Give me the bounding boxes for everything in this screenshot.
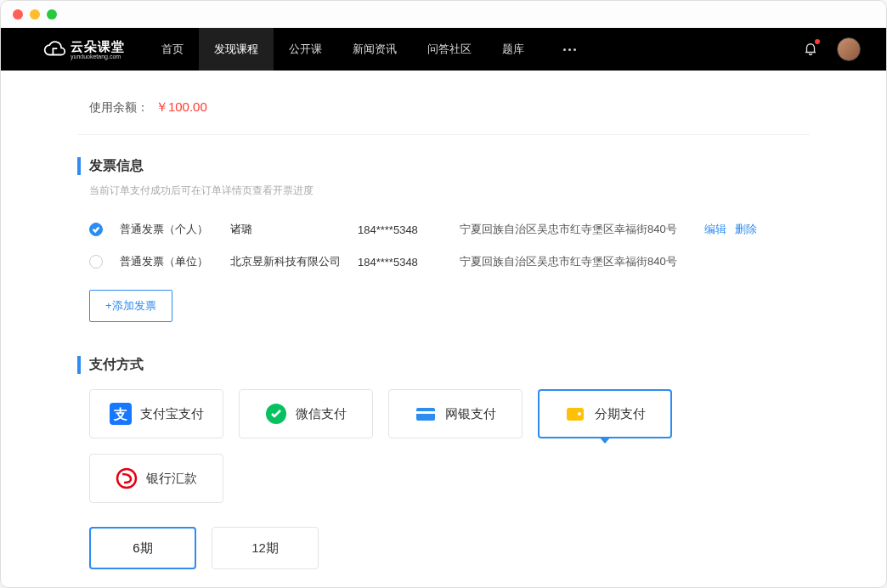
pay-remit[interactable]: 银行汇款 xyxy=(89,454,223,503)
invoice-edit-link[interactable]: 编辑 xyxy=(704,222,726,237)
invoice-address: 宁夏回族自治区吴忠市红寺堡区幸福街840号 xyxy=(460,254,677,269)
invoice-address: 宁夏回族自治区吴忠市红寺堡区幸福街840号 xyxy=(460,222,677,237)
pay-label: 分期支付 xyxy=(595,406,646,422)
pay-wechat[interactable]: 微信支付 xyxy=(239,389,373,438)
pay-alipay[interactable]: 支 支付宝支付 xyxy=(89,389,223,438)
invoice-delete-link[interactable]: 删除 xyxy=(735,222,757,237)
payment-methods: 支 支付宝支付 微信支付 网银支付 xyxy=(89,389,810,503)
pay-label: 网银支付 xyxy=(445,406,496,422)
period-12[interactable]: 12期 xyxy=(212,527,319,569)
invoice-name: 北京昱新科技有限公司 xyxy=(230,254,341,269)
pay-installment[interactable]: 分期支付 xyxy=(538,389,672,438)
nav-item-news[interactable]: 新闻资讯 xyxy=(337,28,412,71)
window-maximize-button[interactable] xyxy=(47,9,57,20)
balance-label: 使用余额： xyxy=(89,100,149,114)
brand-sub: yunduoketang.com xyxy=(71,54,125,59)
pay-label: 支付宝支付 xyxy=(140,406,204,422)
svg-text:支: 支 xyxy=(113,407,127,421)
nav-item-bank[interactable]: 题库 xyxy=(487,28,540,71)
invoice-phone: 184****5348 xyxy=(358,223,443,236)
payment-section-title: 支付方式 xyxy=(77,356,810,374)
balance-row: 使用余额： ￥100.00 xyxy=(77,96,810,135)
notification-bell[interactable] xyxy=(803,41,818,59)
invoice-section-title: 发票信息 xyxy=(77,157,810,175)
window-close-button[interactable] xyxy=(13,9,23,20)
svg-point-7 xyxy=(117,469,136,488)
cloud-icon xyxy=(43,41,65,58)
wallet-icon xyxy=(564,403,586,425)
pay-label: 微信支付 xyxy=(296,406,347,422)
balance-value: ￥100.00 xyxy=(155,99,207,114)
window-minimize-button[interactable] xyxy=(30,9,40,20)
brand-logo[interactable]: 云朵课堂 yunduoketang.com xyxy=(43,39,125,59)
bank-remit-icon xyxy=(116,467,138,489)
alipay-icon: 支 xyxy=(110,403,132,425)
svg-rect-4 xyxy=(416,411,435,414)
window-titlebar xyxy=(1,1,886,28)
period-6[interactable]: 6期 xyxy=(89,527,196,569)
wechat-icon xyxy=(265,403,287,425)
bank-card-icon xyxy=(415,403,437,425)
invoice-name: 诸璐 xyxy=(230,222,341,237)
nav-item-home[interactable]: 首页 xyxy=(146,28,199,71)
add-invoice-button[interactable]: +添加发票 xyxy=(89,290,172,322)
svg-point-6 xyxy=(578,412,581,416)
nav-items: 首页 发现课程 公开课 新闻资讯 问答社区 题库 xyxy=(146,28,592,71)
user-avatar[interactable] xyxy=(837,37,861,61)
invoice-row-personal[interactable]: 普通发票（个人） 诸璐 184****5348 宁夏回族自治区吴忠市红寺堡区幸福… xyxy=(77,213,810,246)
svg-rect-3 xyxy=(416,408,435,421)
radio-unchecked-icon[interactable] xyxy=(89,255,103,269)
nav-item-qa[interactable]: 问答社区 xyxy=(412,28,487,71)
invoice-type: 普通发票（单位） xyxy=(120,254,213,269)
pay-label: 银行汇款 xyxy=(146,471,197,487)
nav-item-discover[interactable]: 发现课程 xyxy=(199,28,274,71)
nav-more-button[interactable] xyxy=(540,28,592,71)
invoice-section-subtitle: 当前订单支付成功后可在订单详情页查看开票进度 xyxy=(89,184,810,198)
notification-dot xyxy=(815,39,820,44)
installment-periods: 6期 12期 xyxy=(89,527,810,569)
pay-netbank[interactable]: 网银支付 xyxy=(388,389,523,438)
invoice-row-company[interactable]: 普通发票（单位） 北京昱新科技有限公司 184****5348 宁夏回族自治区吴… xyxy=(77,246,810,278)
top-nav: 云朵课堂 yunduoketang.com 首页 发现课程 公开课 新闻资讯 问… xyxy=(1,28,886,71)
svg-rect-5 xyxy=(567,408,584,421)
invoice-type: 普通发票（个人） xyxy=(120,222,213,237)
nav-item-public[interactable]: 公开课 xyxy=(274,28,337,71)
radio-checked-icon[interactable] xyxy=(89,223,103,236)
invoice-phone: 184****5348 xyxy=(358,256,443,269)
